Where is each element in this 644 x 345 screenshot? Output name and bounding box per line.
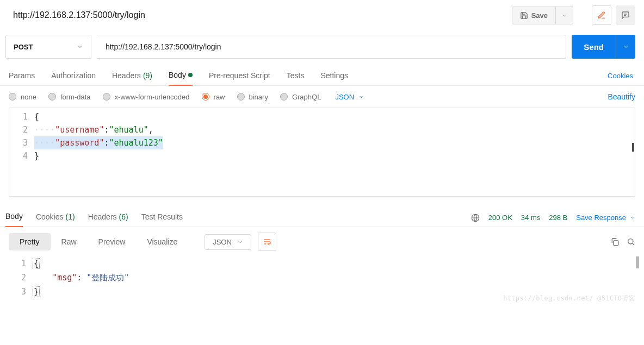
request-title: http://192.168.2.137:5000/try/login	[13, 10, 507, 20]
save-response-link[interactable]: Save Response	[576, 214, 635, 222]
tab-headers[interactable]: Headers (9)	[112, 67, 152, 85]
search-icon	[627, 237, 635, 246]
save-dropdown[interactable]	[556, 7, 573, 24]
chevron-down-icon	[629, 215, 635, 221]
scrollbar-thumb[interactable]	[636, 256, 639, 268]
svg-line-8	[633, 243, 634, 245]
tab-settings[interactable]: Settings	[320, 67, 348, 85]
chevron-down-icon	[623, 43, 629, 50]
radio-circle-icon	[202, 93, 209, 101]
resp-headers-count: (6)	[119, 212, 128, 221]
resp-cookies-count: (1)	[66, 212, 75, 221]
radio-raw[interactable]: raw	[202, 93, 225, 101]
response-tab-cookies[interactable]: Cookies (1)	[36, 209, 75, 227]
headers-count: (9)	[143, 71, 152, 80]
tab-authorization[interactable]: Authorization	[51, 67, 96, 85]
method-label: POST	[14, 43, 33, 51]
copy-icon	[610, 237, 619, 246]
search-response-button[interactable]	[627, 237, 635, 246]
send-dropdown[interactable]	[616, 35, 635, 59]
tab-params[interactable]: Params	[9, 67, 35, 85]
comment-icon	[621, 11, 630, 20]
tab-body[interactable]: Body	[169, 66, 193, 86]
send-button[interactable]: Send	[572, 35, 616, 59]
save-label: Save	[531, 11, 548, 20]
chevron-down-icon	[561, 12, 567, 18]
status-time: 34 ms	[521, 214, 540, 222]
response-tab-body[interactable]: Body	[5, 209, 23, 227]
radio-circle-icon	[48, 93, 56, 101]
scrollbar-thumb[interactable]	[632, 143, 634, 152]
response-tab-test-results[interactable]: Test Results	[141, 209, 183, 227]
view-visualize[interactable]: Visualize	[136, 233, 188, 250]
svg-point-7	[628, 239, 633, 244]
view-pretty[interactable]: Pretty	[9, 233, 51, 250]
view-raw[interactable]: Raw	[51, 233, 88, 250]
http-method-select[interactable]: POST	[5, 35, 91, 59]
wrap-icon	[263, 237, 271, 246]
radio-graphql[interactable]: GraphQL	[280, 93, 321, 101]
chevron-down-icon	[237, 239, 243, 245]
svg-rect-6	[614, 241, 618, 246]
wrap-lines-button[interactable]	[258, 233, 276, 251]
comment-button[interactable]	[616, 5, 635, 25]
watermark-text: https://blog.csdn.net/ @51CTO博客	[503, 294, 635, 303]
response-tab-headers[interactable]: Headers (6)	[88, 209, 128, 227]
beautify-link[interactable]: Beautify	[608, 92, 635, 101]
response-language-select[interactable]: JSON	[205, 234, 251, 250]
cookies-link[interactable]: Cookies	[608, 72, 635, 80]
status-size: 298 B	[549, 214, 567, 222]
chevron-down-icon	[77, 43, 83, 50]
status-code: 200 OK	[488, 214, 512, 222]
save-button-group: Save	[512, 7, 573, 24]
tab-tests[interactable]: Tests	[287, 67, 305, 85]
url-input[interactable]: http://192.168.2.137:5000/try/login	[97, 35, 566, 59]
request-body-editor[interactable]: 1{ 2····"username":"ehualu", 3····"passw…	[9, 108, 635, 197]
response-body-viewer[interactable]: 1{ 2 "msg": "登陆成功" 3} https://blog.csdn.…	[0, 256, 644, 303]
copy-response-button[interactable]	[610, 237, 619, 246]
chevron-down-icon	[358, 94, 364, 100]
edit-button[interactable]	[592, 5, 611, 25]
tab-prerequest[interactable]: Pre-request Script	[209, 67, 270, 85]
radio-urlencoded[interactable]: x-www-form-urlencoded	[103, 93, 190, 101]
radio-circle-icon	[237, 93, 245, 101]
view-preview[interactable]: Preview	[88, 233, 137, 250]
radio-binary[interactable]: binary	[237, 93, 268, 101]
radio-circle-icon	[9, 93, 16, 101]
radio-circle-icon	[280, 93, 288, 101]
save-icon	[520, 11, 528, 20]
pencil-icon	[597, 11, 606, 20]
radio-circle-icon	[103, 93, 110, 101]
globe-icon[interactable]	[471, 214, 480, 222]
radio-form-data[interactable]: form-data	[48, 93, 91, 101]
save-button[interactable]: Save	[512, 7, 556, 24]
radio-none[interactable]: none	[9, 93, 36, 101]
body-active-dot	[188, 73, 193, 77]
body-language-select[interactable]: JSON	[335, 93, 364, 101]
